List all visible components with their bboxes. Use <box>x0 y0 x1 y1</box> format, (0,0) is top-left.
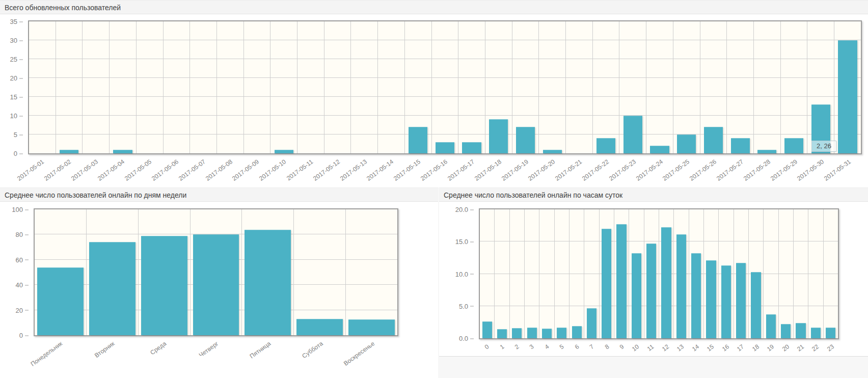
category-cell <box>525 209 539 338</box>
category-cell <box>242 209 294 335</box>
bar-2017-05-15[interactable] <box>409 127 427 153</box>
bar-1[interactable] <box>497 329 507 338</box>
bar-2017-05-18[interactable] <box>489 119 508 153</box>
category-cell <box>217 21 244 153</box>
bar-2017-05-22[interactable] <box>596 138 615 153</box>
bar-2017-05-04[interactable] <box>113 150 132 153</box>
category-cell <box>566 21 593 153</box>
category-cell <box>56 21 83 153</box>
category-cell <box>727 21 754 153</box>
bar-16[interactable] <box>721 265 731 338</box>
bar-17[interactable] <box>736 263 746 338</box>
bar-11[interactable] <box>646 244 656 338</box>
daily-plot-row: 05101520253035 2, 26 <box>0 20 868 154</box>
category-cell <box>781 21 808 153</box>
bar-18[interactable] <box>751 272 761 338</box>
y-tick-label: 100 <box>12 206 29 213</box>
y-tick-label: 15 <box>10 94 23 100</box>
category-cell <box>764 209 778 338</box>
category-cell <box>719 209 734 338</box>
category-cell <box>794 209 808 338</box>
y-tick-label: 40 <box>16 282 29 288</box>
bar-2017-05-02[interactable] <box>60 150 78 153</box>
daily-updates-chart: 05101520253035 2, 26 2017-05-012017-05-0… <box>0 14 868 184</box>
hourly-panel-title: Среднее число пользователей онлайн по ча… <box>439 187 868 202</box>
weekday-x-axis-labels: ПонедельникВторникСредаЧетвергПятницаСуб… <box>34 336 398 378</box>
bar-2017-05-20[interactable] <box>543 150 562 153</box>
bar-23[interactable] <box>826 328 835 339</box>
bar-15[interactable] <box>706 260 716 338</box>
bar-2017-05-10[interactable] <box>275 150 293 153</box>
bar-6[interactable] <box>572 326 582 338</box>
category-cell <box>83 21 110 153</box>
bar-19[interactable] <box>766 314 776 338</box>
bar-8[interactable] <box>602 229 611 338</box>
bar-2017-05-23[interactable] <box>623 116 642 153</box>
bar-20[interactable] <box>781 324 791 338</box>
bar-2017-05-29[interactable] <box>784 138 803 153</box>
bar-22[interactable] <box>811 328 821 339</box>
bar-2017-05-17[interactable] <box>462 142 481 153</box>
bar-5[interactable] <box>557 328 566 339</box>
bar-2017-05-19[interactable] <box>516 127 535 153</box>
bar-2017-05-25[interactable] <box>677 134 696 153</box>
y-tick-label: 60 <box>16 256 29 263</box>
bar-2017-05-24[interactable] <box>650 146 669 153</box>
bar-10[interactable] <box>632 253 641 338</box>
category-cell <box>378 21 405 153</box>
panel-daily-updates: Всего обновленных пользователей 05101520… <box>0 0 868 187</box>
bar-2017-05-31[interactable] <box>838 40 857 153</box>
bar-Воскресенье[interactable] <box>348 319 395 335</box>
y-tick-label: 10 <box>10 113 23 119</box>
bar-2017-05-16[interactable] <box>436 142 454 153</box>
bar-Вторник[interactable] <box>89 242 135 335</box>
category-cell <box>600 209 614 338</box>
category-cell <box>29 21 56 153</box>
daily-plot-area: 2, 26 <box>28 20 862 154</box>
bar-9[interactable] <box>616 224 626 338</box>
category-cell <box>569 209 584 338</box>
hourly-plot-area <box>479 208 839 339</box>
category-cell <box>834 21 861 153</box>
bar-Суббота[interactable] <box>296 319 343 335</box>
bar-2017-05-28[interactable] <box>757 150 776 153</box>
weekday-y-axis: 020406080100 <box>0 209 29 335</box>
y-tick-label: 80 <box>16 231 29 238</box>
y-tick-label: 0 <box>19 332 29 339</box>
bar-12[interactable] <box>661 227 671 338</box>
bar-3[interactable] <box>527 328 537 339</box>
category-cell <box>807 21 834 153</box>
y-tick-label: 35 <box>10 18 23 25</box>
bar-Среда[interactable] <box>141 236 187 335</box>
category-cell <box>294 209 346 335</box>
bar-13[interactable] <box>676 234 686 338</box>
category-cell <box>480 209 495 338</box>
category-cell <box>644 209 659 338</box>
bar-Четверг[interactable] <box>193 234 239 335</box>
category-cell <box>87 209 139 335</box>
bar-2[interactable] <box>512 328 522 338</box>
bar-21[interactable] <box>796 323 805 338</box>
bar-Понедельник[interactable] <box>37 267 84 335</box>
y-tick-label: 20 <box>16 307 29 313</box>
bar-2017-05-27[interactable] <box>731 138 750 153</box>
panel-hourly-online: Среднее число пользователей онлайн по ча… <box>439 187 868 357</box>
category-cell <box>659 209 674 338</box>
y-tick-label: 0.0 <box>459 335 474 342</box>
bar-7[interactable] <box>587 308 596 338</box>
category-cell <box>646 21 673 153</box>
bar-0[interactable] <box>482 321 492 338</box>
category-cell <box>510 209 525 338</box>
bar-4[interactable] <box>542 329 552 338</box>
y-tick-label: 0 <box>14 150 23 157</box>
y-tick-label: 20.0 <box>455 206 474 213</box>
category-cell <box>593 21 620 153</box>
category-cell <box>110 21 137 153</box>
y-tick-label: 5.0 <box>459 303 474 309</box>
bar-14[interactable] <box>691 253 701 338</box>
y-tick-label: 15.0 <box>455 238 474 245</box>
bar-2017-05-26[interactable] <box>704 127 723 153</box>
bar-Пятница[interactable] <box>245 230 291 335</box>
category-cell <box>629 209 644 338</box>
hourly-online-chart: 0.05.010.015.020.0 012345678910111213141… <box>439 202 868 355</box>
